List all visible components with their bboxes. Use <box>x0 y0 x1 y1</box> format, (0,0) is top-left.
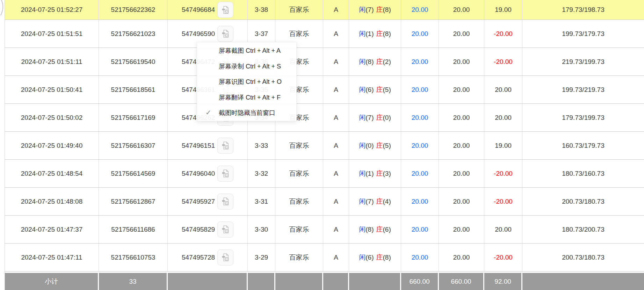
bet-amount-cell: 20.00 <box>401 188 439 215</box>
winloss-cell: 20.00 <box>484 216 522 243</box>
menu-item-screen-ocr[interactable]: ✓ 屏幕识图 Ctrl + Alt + O <box>197 74 296 90</box>
banker-label: 庄 <box>376 29 383 38</box>
bet-id-cell: 521756622362 <box>99 0 168 20</box>
player-label: 闲 <box>359 253 366 262</box>
valid-bet-cell: 20.00 <box>439 20 484 48</box>
table-row: 2024-07-25 01:48:08 521756612867 5474959… <box>5 188 644 216</box>
banker-score: (0) <box>383 114 391 122</box>
bet-id-cell: 521756610753 <box>99 244 168 271</box>
valid-bet-cell: 20.00 <box>439 188 484 215</box>
betting-history-screen: 2024-07-25 01:52:27 521756622362 5474966… <box>0 0 644 290</box>
result-cell: 闲(8)庄(6) <box>349 216 401 243</box>
video-replay-button[interactable] <box>217 249 233 266</box>
game-id-cell: 547495728 <box>168 244 248 271</box>
valid-bet-cell: 20.00 <box>439 160 484 187</box>
winloss-cell: 20.00 <box>484 104 522 131</box>
video-replay-button[interactable] <box>217 26 233 42</box>
table-letter-cell: A <box>323 160 349 187</box>
balance-cell: 160.73/179.73 <box>522 132 644 159</box>
game-name-cell: 百家乐 <box>275 216 323 243</box>
table-body: 2024-07-25 01:52:27 521756622362 5474966… <box>5 0 644 271</box>
bet-amount-cell: 20.00 <box>401 216 439 243</box>
round-cell: 3-30 <box>248 216 275 243</box>
winloss-cell: 20.00 <box>484 76 522 103</box>
subtotal-empty-table <box>323 273 349 290</box>
player-label: 闲 <box>359 141 366 150</box>
player-score: (1) <box>366 170 374 177</box>
subtotal-label: 小计 <box>5 273 99 290</box>
result-cell: 闲(7)庄(8) <box>349 0 401 20</box>
banker-label: 庄 <box>376 197 383 206</box>
balance-cell: 200.73/180.73 <box>522 244 644 271</box>
winloss-cell: -20.00 <box>484 188 522 215</box>
banker-label: 庄 <box>376 85 383 94</box>
bet-id-cell: 521756616307 <box>99 132 168 159</box>
video-replay-icon <box>221 225 230 234</box>
video-replay-icon <box>221 197 230 206</box>
table-row: 2024-07-25 01:48:54 521756614569 5474960… <box>5 160 644 188</box>
menu-item-hide-window-on-capture[interactable]: ✓ 截图时隐藏当前窗口 <box>197 105 296 121</box>
menu-item-screen-capture[interactable]: ✓ 屏幕截图 Ctrl + Alt + A <box>197 43 296 59</box>
subtotal-empty-round <box>248 273 275 290</box>
winloss-cell: -20.00 <box>484 244 522 271</box>
balance-cell: 200.73/180.73 <box>522 188 644 215</box>
video-replay-button[interactable] <box>217 138 233 154</box>
balance-cell: 219.73/199.73 <box>522 48 644 75</box>
bet-id-cell: 521756614569 <box>99 160 168 187</box>
result-cell: 闲(7)庄(0) <box>349 104 401 131</box>
table-row: 2024-07-25 01:47:37 521756611686 5474958… <box>5 216 644 244</box>
player-score: (7) <box>366 6 374 14</box>
subtotal-empty-game <box>275 273 323 290</box>
player-label: 闲 <box>359 169 366 178</box>
game-id-cell: 547496684 <box>168 0 248 20</box>
valid-bet-cell: 20.00 <box>439 76 484 103</box>
bet-records-table: 2024-07-25 01:52:27 521756622362 5474966… <box>5 0 644 290</box>
table-letter-cell: A <box>323 76 349 103</box>
banker-label: 庄 <box>376 113 383 122</box>
bet-amount-cell: 20.00 <box>401 76 439 103</box>
player-score: (7) <box>366 114 374 122</box>
menu-item-label: 屏幕截图 Ctrl + Alt + A <box>219 46 281 55</box>
player-score: (6) <box>366 86 374 94</box>
video-replay-button[interactable] <box>217 194 233 210</box>
balance-cell: 180.73/200.73 <box>522 216 644 243</box>
video-replay-button[interactable] <box>217 222 233 238</box>
video-replay-button[interactable] <box>217 2 233 18</box>
bet-time-cell: 2024-07-25 01:50:41 <box>5 76 99 103</box>
winloss-cell: 19.00 <box>484 132 522 159</box>
banker-score: (5) <box>383 142 391 150</box>
subtotal-winloss-total: 92.00 <box>484 273 522 290</box>
banker-score: (8) <box>383 30 391 38</box>
balance-cell: 199.73/219.73 <box>522 76 644 103</box>
bet-id-cell: 521756611686 <box>99 216 168 243</box>
player-score: (0) <box>366 142 374 150</box>
banker-label: 庄 <box>376 141 383 150</box>
video-replay-icon <box>221 169 230 178</box>
video-replay-icon <box>221 5 230 15</box>
menu-item-label: 屏幕翻译 Ctrl + Alt + F <box>219 93 281 102</box>
bet-amount-cell: 20.00 <box>401 160 439 187</box>
table-letter-cell: A <box>323 216 349 243</box>
video-replay-button[interactable] <box>217 166 233 182</box>
banker-label: 庄 <box>376 5 383 14</box>
menu-item-screen-translate[interactable]: ✓ 屏幕翻译 Ctrl + Alt + F <box>197 90 296 106</box>
bet-time-cell: 2024-07-25 01:47:11 <box>5 244 99 271</box>
bet-time-cell: 2024-07-25 01:48:08 <box>5 188 99 215</box>
game-id: 547495927 <box>182 198 215 205</box>
bet-id-cell: 521756617169 <box>99 104 168 131</box>
menu-item-screen-record[interactable]: ✓ 屏幕录制 Ctrl + Alt + S <box>197 59 296 74</box>
screenshot-context-menu: ✓ 屏幕截图 Ctrl + Alt + A ✓ 屏幕录制 Ctrl + Alt … <box>197 42 297 121</box>
banker-score: (6) <box>383 226 391 233</box>
player-label: 闲 <box>359 29 366 38</box>
round-cell: 3-38 <box>248 0 275 20</box>
player-label: 闲 <box>359 5 366 14</box>
result-cell: 闲(0)庄(5) <box>349 132 401 159</box>
round-cell: 3-29 <box>248 244 275 271</box>
table-row: 2024-07-25 01:47:11 521756610753 5474957… <box>5 244 644 271</box>
banker-score: (2) <box>383 58 391 66</box>
result-cell: 闲(1)庄(3) <box>349 160 401 187</box>
balance-cell: 180.73/160.73 <box>522 160 644 187</box>
player-label: 闲 <box>359 57 366 66</box>
round-cell: 3-31 <box>248 188 275 215</box>
game-id-cell: 547496040 <box>168 160 248 187</box>
